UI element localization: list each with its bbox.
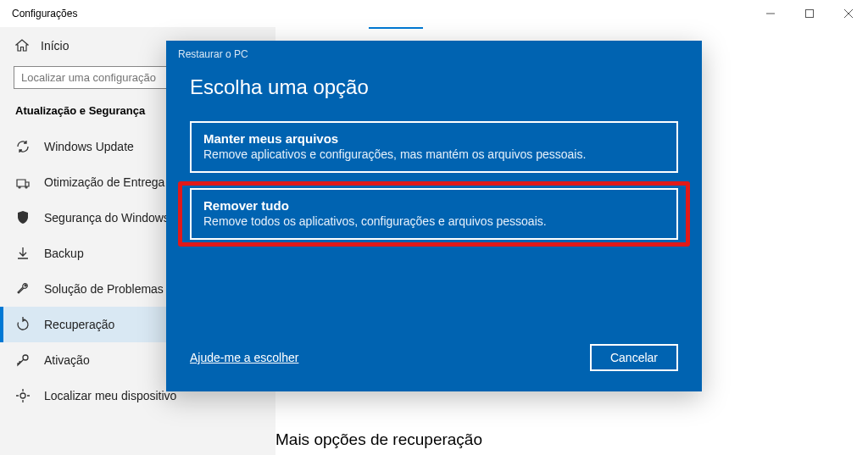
sidebar-item-label: Solução de Problemas [44, 282, 164, 296]
svg-rect-1 [806, 10, 814, 18]
home-label: Início [41, 39, 69, 53]
location-icon [15, 388, 31, 403]
reset-pc-dialog: Restaurar o PC Escolha uma opção Manter … [166, 41, 702, 391]
option-title: Manter meus arquivos [203, 131, 665, 146]
sidebar-item-label: Recuperação [44, 318, 114, 331]
option-description: Remove todos os aplicativos, configuraçõ… [203, 214, 665, 228]
wrench-icon [15, 281, 31, 297]
maximize-button[interactable] [790, 0, 829, 27]
titlebar: Configurações [0, 0, 868, 27]
minimize-button[interactable] [751, 0, 790, 27]
remove-everything-option[interactable]: Remover tudo Remove todos os aplicativos… [190, 188, 678, 240]
dialog-title: Escolha uma opção [190, 75, 678, 99]
sidebar-item-label: Otimização de Entrega [44, 175, 164, 189]
tab-indicator [369, 27, 423, 29]
window-title: Configurações [12, 8, 77, 19]
option-description: Remove aplicativos e configurações, mas … [203, 147, 665, 161]
remove-everything-wrapper: Remover tudo Remove todos os aplicativos… [190, 188, 678, 240]
recovery-icon [15, 317, 31, 332]
home-icon [15, 39, 29, 53]
sidebar-item-label: Backup [44, 247, 84, 260]
window-controls [751, 0, 868, 27]
more-options-section: Mais opções de recuperação Saiba como in… [275, 430, 624, 455]
dialog-footer: Ajude-me a escolher Cancelar [166, 344, 702, 391]
sync-icon [15, 139, 31, 154]
delivery-icon [15, 175, 31, 190]
sidebar-item-label: Localizar meu dispositivo [44, 389, 176, 402]
dialog-body: Escolha uma opção Manter meus arquivos R… [166, 75, 702, 344]
cancel-button[interactable]: Cancelar [590, 344, 678, 371]
shield-icon [15, 210, 31, 225]
option-title: Remover tudo [203, 198, 665, 213]
close-button[interactable] [829, 0, 868, 27]
sidebar-item-label: Windows Update [44, 140, 134, 153]
help-me-choose-link[interactable]: Ajude-me a escolher [190, 351, 298, 364]
sidebar-item-label: Segurança do Windows [44, 211, 170, 225]
svg-point-5 [20, 393, 25, 398]
key-icon [15, 352, 31, 368]
dialog-header: Restaurar o PC [166, 41, 702, 75]
backup-icon [15, 246, 31, 261]
keep-files-option[interactable]: Manter meus arquivos Remove aplicativos … [190, 121, 678, 173]
more-options-title: Mais opções de recuperação [275, 430, 624, 449]
sidebar-item-label: Ativação [44, 353, 90, 367]
